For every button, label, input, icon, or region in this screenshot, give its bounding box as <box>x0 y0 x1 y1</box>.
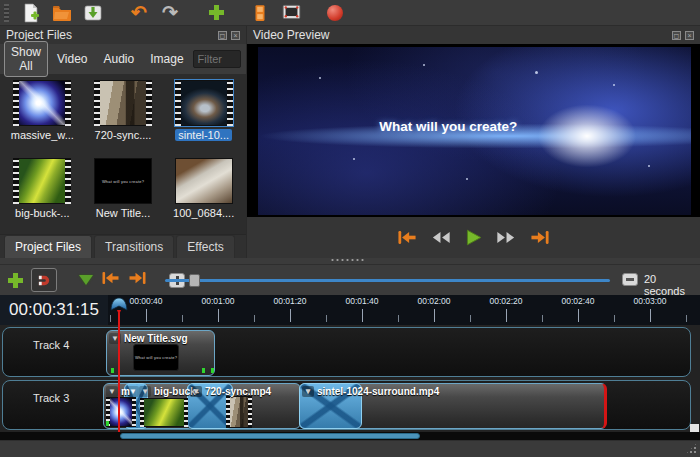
tab-project-files[interactable]: Project Files <box>4 235 92 258</box>
video-preview-screen[interactable]: What will you create? <box>247 44 700 217</box>
save-project-icon <box>83 3 103 23</box>
scrollbar-corner <box>690 424 699 432</box>
previous-marker-icon <box>101 271 120 285</box>
ruler-label: 00:01:00 <box>201 296 234 306</box>
filter-audio-button[interactable]: Audio <box>97 48 142 70</box>
status-bar <box>0 440 700 457</box>
panel-splitter-handle[interactable] <box>330 258 364 262</box>
file-item-massive[interactable]: massive_w... <box>2 76 83 154</box>
ruler-label: 00:00:40 <box>129 296 162 306</box>
fast-forward-icon <box>496 231 516 244</box>
clip-menu-chevron-icon[interactable]: ▼ <box>139 386 151 397</box>
snapping-toggle[interactable] <box>31 268 57 292</box>
file-item-720sync[interactable]: 720-sync.... <box>83 76 164 154</box>
jump-to-end-button[interactable] <box>530 230 550 249</box>
next-marker-icon <box>128 271 147 285</box>
export-video-button[interactable] <box>324 2 346 24</box>
zoom-slider-handle[interactable] <box>189 274 200 287</box>
file-item-bigbuck[interactable]: big-buck-... <box>2 154 83 232</box>
file-item-100-0684[interactable]: 100_0684.... <box>163 154 244 232</box>
float-panel-icon[interactable]: ◻ <box>218 31 227 40</box>
play-button[interactable] <box>465 229 482 250</box>
redo-button[interactable]: ↷ <box>159 2 181 24</box>
add-marker-icon <box>79 275 93 285</box>
file-item-sintel[interactable]: sintel-10... <box>163 76 244 154</box>
playhead-handle[interactable] <box>110 297 128 321</box>
ruler-label: 00:01:40 <box>345 296 378 306</box>
zoom-slider[interactable] <box>165 279 610 282</box>
scrollbar-thumb[interactable] <box>120 433 420 439</box>
clip-menu-chevron-icon[interactable]: ▼ <box>106 386 118 397</box>
file-thumbnail <box>94 80 152 126</box>
clip-menu-chevron-icon[interactable]: ▼ <box>190 386 202 397</box>
ruler-label: 00:03:00 <box>633 296 666 306</box>
track-4-name: Track 4 <box>33 339 69 351</box>
magnet-icon <box>37 273 52 288</box>
main-toolbar: ↶ ↷ <box>0 0 700 26</box>
file-thumbnail <box>13 158 71 204</box>
file-label: 720-sync.... <box>92 129 155 141</box>
add-track-button[interactable] <box>8 273 23 288</box>
clip-thumbnail <box>140 398 188 427</box>
file-thumbnail: What will you create? <box>94 158 152 204</box>
ruler-label: 00:02:20 <box>489 296 522 306</box>
clip-thumbnail <box>106 397 136 427</box>
file-filter-row: Show All Video Audio Image <box>0 44 246 74</box>
playhead-line <box>118 313 120 432</box>
toolbar-drag-handle[interactable] <box>4 4 9 22</box>
undo-button[interactable]: ↶ <box>128 2 150 24</box>
clip-label: 720-sync.mp4 <box>205 386 271 397</box>
rewind-button[interactable] <box>431 230 451 248</box>
tab-transitions[interactable]: Transitions <box>94 235 174 258</box>
export-video-icon <box>327 5 343 21</box>
add-marker-button[interactable] <box>79 275 93 285</box>
filter-video-button[interactable]: Video <box>50 48 94 70</box>
clip-new-title[interactable]: ▼ New Title.svg What will you create? <box>106 330 215 376</box>
new-project-button[interactable] <box>20 2 42 24</box>
save-project-button[interactable] <box>82 2 104 24</box>
clip-label: New Title.svg <box>124 333 188 344</box>
fast-forward-button[interactable] <box>496 230 516 248</box>
fullscreen-icon <box>282 3 301 22</box>
tab-effects[interactable]: Effects <box>176 235 234 258</box>
clip-label: m <box>121 386 130 397</box>
clip-big-buck[interactable]: ▼ big-buck- <box>136 383 194 429</box>
filter-input[interactable] <box>193 50 241 68</box>
previous-marker-button[interactable] <box>101 271 120 289</box>
file-label: massive_w... <box>8 129 77 141</box>
play-icon <box>465 229 482 246</box>
redo-icon: ↷ <box>162 4 178 22</box>
close-panel-icon[interactable]: × <box>231 31 240 40</box>
choose-profile-button[interactable] <box>249 2 271 24</box>
import-files-icon <box>209 5 224 20</box>
keyframe-marker <box>111 368 114 373</box>
timeline-horizontal-scrollbar[interactable] <box>0 432 700 440</box>
file-label-selected: sintel-10... <box>175 129 232 141</box>
close-panel-icon[interactable]: × <box>685 31 694 40</box>
ruler-label: 00:02:40 <box>561 296 594 306</box>
file-item-newtitle[interactable]: What will you create? New Title... <box>83 154 164 232</box>
fullscreen-button[interactable] <box>280 2 302 24</box>
timeline-toolbar: 20 seconds <box>0 264 700 295</box>
video-overlay-text: What will you create? <box>379 118 517 133</box>
playback-controls <box>247 222 700 256</box>
rewind-icon <box>431 231 451 244</box>
timeline-ruler[interactable]: 00:00:31:15 00:00:40 00:01:00 00:01:20 0… <box>0 295 700 325</box>
clip-thumbnail <box>226 396 252 428</box>
file-label: 100_0684.... <box>170 207 237 219</box>
filter-show-all-button[interactable]: Show All <box>4 41 48 77</box>
ruler-major-ticks <box>146 309 692 322</box>
jump-to-start-button[interactable] <box>397 230 417 249</box>
choose-profile-icon <box>251 4 269 22</box>
left-panel-tabs: Project Files Transitions Effects <box>0 234 246 258</box>
import-files-button[interactable] <box>205 2 227 24</box>
title-thumb-caption: What will you create? <box>102 179 144 184</box>
window-resize-grip[interactable] <box>685 442 698 455</box>
filter-image-button[interactable]: Image <box>143 48 190 70</box>
float-panel-icon[interactable]: ◻ <box>672 31 681 40</box>
file-label: New Title... <box>93 207 153 219</box>
ruler-label: 00:02:00 <box>417 296 450 306</box>
clip-menu-chevron-icon[interactable]: ▼ <box>302 386 314 397</box>
next-marker-button[interactable] <box>128 271 147 289</box>
open-project-button[interactable] <box>51 2 73 24</box>
